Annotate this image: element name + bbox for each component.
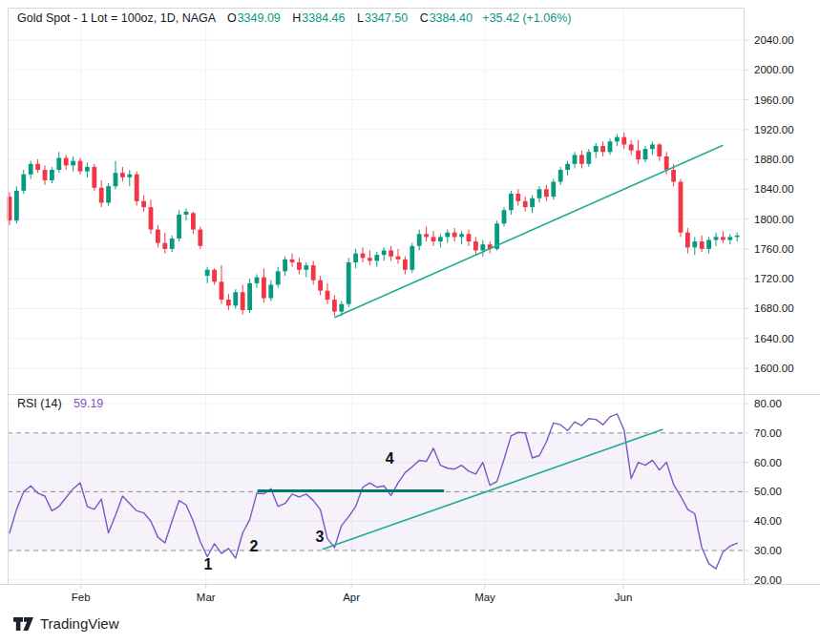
svg-text:2000.00: 2000.00 (754, 64, 794, 75)
price-axis[interactable]: 2040.002000.001960.001920.001880.001840.… (744, 34, 794, 586)
svg-text:1960.00: 1960.00 (754, 94, 794, 106)
ohlc-open-value: 3349.09 (238, 11, 281, 25)
svg-text:2: 2 (250, 538, 259, 554)
svg-text:May: May (474, 592, 495, 603)
svg-text:60.00: 60.00 (754, 457, 782, 468)
ohlc-high-value: 3384.46 (302, 11, 345, 25)
svg-text:1680.00: 1680.00 (754, 302, 794, 314)
svg-text:1800.00: 1800.00 (754, 214, 794, 225)
svg-text:Feb: Feb (72, 592, 91, 603)
svg-text:1880.00: 1880.00 (754, 154, 794, 165)
ohlc-close-label: C (420, 11, 429, 25)
rsi-pane-legend[interactable]: RSI (14) 59.19 (17, 397, 103, 410)
svg-text:1600.00: 1600.00 (754, 363, 794, 374)
rsi-current-value: 59.19 (74, 397, 103, 410)
svg-text:Jun: Jun (615, 592, 633, 603)
svg-text:Apr: Apr (343, 592, 360, 603)
svg-text:70.00: 70.00 (754, 427, 782, 439)
svg-text:40.00: 40.00 (754, 515, 782, 527)
svg-text:1760.00: 1760.00 (754, 243, 794, 255)
time-axis[interactable]: FebMarAprMayJun (72, 584, 633, 603)
price-trendline[interactable] (334, 145, 723, 318)
svg-text:50.00: 50.00 (754, 486, 782, 497)
tradingview-logo-text: TradingView (40, 615, 119, 632)
tradingview-watermark[interactable]: TradingView (13, 615, 119, 632)
symbol-title: Gold Spot - 1 Lot = 100oz, 1D, NAGA (17, 11, 215, 25)
svg-text:1840.00: 1840.00 (754, 183, 794, 195)
svg-text:1640.00: 1640.00 (754, 333, 794, 344)
rsi-indicator-label: RSI (14) (17, 397, 62, 410)
svg-text:1: 1 (203, 556, 212, 572)
svg-text:3: 3 (315, 529, 324, 545)
main-pane-legend[interactable]: Gold Spot - 1 Lot = 100oz, 1D, NAGA O334… (17, 11, 571, 25)
svg-text:2040.00: 2040.00 (754, 34, 794, 46)
ohlc-low-label: L (357, 11, 364, 25)
ohlc-high-label: H (292, 11, 301, 25)
svg-text:Mar: Mar (197, 592, 216, 603)
svg-text:1920.00: 1920.00 (754, 124, 794, 135)
ohlc-open-label: O (227, 11, 237, 25)
svg-text:30.00: 30.00 (754, 545, 782, 556)
ohlc-close-value: 3384.40 (430, 11, 473, 25)
price-change-text: +35.42 (+1.06%) (482, 11, 571, 25)
tradingview-logo-icon (13, 617, 33, 631)
svg-text:4: 4 (386, 450, 394, 467)
candlestick-series[interactable] (8, 133, 740, 316)
svg-text:80.00: 80.00 (754, 398, 782, 409)
chart-svg[interactable]: 1234 2040.002000.001960.001920.001880.00… (0, 0, 820, 644)
svg-text:1720.00: 1720.00 (754, 273, 794, 284)
ohlc-low-value: 3347.50 (365, 11, 408, 25)
chart-container: Gold Spot - 1 Lot = 100oz, 1D, NAGA O334… (0, 0, 820, 644)
